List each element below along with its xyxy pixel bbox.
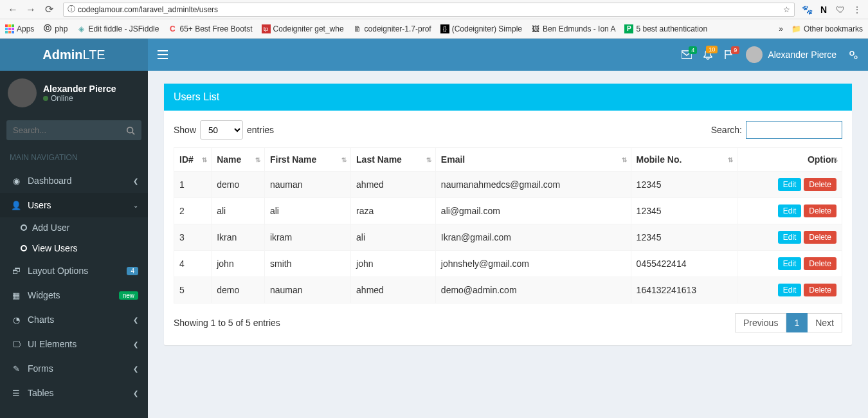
page-1[interactable]: 1 <box>786 313 808 332</box>
column-header[interactable]: Option⇅ <box>737 148 842 172</box>
delete-button[interactable]: Delete <box>804 204 836 217</box>
chevron-left-icon: ❮ <box>133 316 138 323</box>
svg-point-4 <box>854 56 857 59</box>
badge: 9 <box>731 46 739 54</box>
delete-button[interactable]: Delete <box>804 257 836 270</box>
cell: nauman <box>264 277 350 304</box>
cell: 3 <box>174 224 212 251</box>
bookmark-ci17[interactable]: 🗎codeigniter-1.7-prof <box>353 24 431 33</box>
column-header[interactable]: Name⇅ <box>212 148 265 172</box>
cell: 0455422414 <box>631 251 737 277</box>
sidebar-item-charts[interactable]: ◔ Charts ❮ <box>0 307 148 332</box>
cell-actions: EditDelete <box>737 251 842 277</box>
ext-icon-1[interactable]: 🐾 <box>801 5 813 15</box>
svg-point-3 <box>850 51 854 55</box>
badge: 4 <box>689 46 697 54</box>
cell: Ikran@gmail.com <box>435 224 631 251</box>
notifications-button[interactable]: 10 <box>703 50 712 60</box>
edit-button[interactable]: Edit <box>778 178 802 191</box>
url-bar[interactable]: ⓘ codeglamour.com/laravel_adminlte/users… <box>63 3 795 17</box>
sort-icon: ⇅ <box>728 156 733 163</box>
bookmark-ci-simple[interactable]: {}(Codeigniter) Simple <box>440 24 522 33</box>
cell: 164132241613 <box>631 277 737 304</box>
page-size-select[interactable]: 50 <box>200 120 243 140</box>
delete-button[interactable]: Delete <box>804 284 836 296</box>
svg-point-0 <box>127 127 133 132</box>
column-header[interactable]: Mobile No.⇅ <box>631 148 737 172</box>
bookmark-bootstrap[interactable]: C65+ Best Free Bootst <box>168 24 252 33</box>
column-header[interactable]: Email⇅ <box>435 148 631 172</box>
cell: raza <box>351 198 436 224</box>
bookmark-ben-edmunds[interactable]: 🖼Ben Edmunds - Ion A <box>531 24 615 33</box>
user-label: Alexander Pierce <box>768 50 836 60</box>
sidebar-item-widgets[interactable]: ▦ Widgets new <box>0 283 148 307</box>
search-icon <box>126 126 135 135</box>
delete-button[interactable]: Delete <box>804 178 836 191</box>
star-icon[interactable]: ☆ <box>783 5 790 14</box>
bookmark-jsfiddle[interactable]: ◈Edit fiddle - JSFiddle <box>77 24 159 33</box>
ext-icon-3[interactable]: 🛡 <box>835 5 846 15</box>
chevron-left-icon: ❮ <box>133 177 138 185</box>
sort-icon: ⇅ <box>341 156 347 163</box>
users-icon: 👤 <box>10 201 23 210</box>
column-header[interactable]: ID#⇅ <box>174 148 212 172</box>
back-button[interactable]: ← <box>5 2 21 17</box>
reload-button[interactable]: ⟳ <box>41 2 57 17</box>
user-panel: Alexander Pierce Online <box>0 71 148 115</box>
next-button[interactable]: Next <box>808 313 842 332</box>
edit-button[interactable]: Edit <box>778 257 802 270</box>
datatable-controls: Show 50 entries Search: <box>174 120 842 140</box>
sidebar-sub-view-users[interactable]: View Users <box>0 238 148 259</box>
sidebar-sub-add-user[interactable]: Add User <box>0 217 148 238</box>
sidebar-item-layout[interactable]: 🗗 Layout Options 4 <box>0 259 148 283</box>
column-header[interactable]: Last Name⇅ <box>351 148 436 172</box>
cell-actions: EditDelete <box>737 224 842 251</box>
sidebar-item-tables[interactable]: ☰ Tables ❮ <box>0 381 148 405</box>
bookmark-more[interactable]: » <box>779 24 783 33</box>
users-box: Users List Show 50 entries Search: ID#⇅N… <box>164 84 852 345</box>
sidebar-item-forms[interactable]: ✎ Forms ❮ <box>0 356 148 381</box>
bookmark-apps[interactable]: Apps <box>5 24 34 33</box>
column-header[interactable]: First Name⇅ <box>264 148 350 172</box>
edit-button[interactable]: Edit <box>778 284 802 296</box>
bookmark-php[interactable]: ⓒphp <box>43 24 68 33</box>
sort-icon: ⇅ <box>202 156 207 163</box>
forms-icon: ✎ <box>10 364 23 374</box>
logo[interactable]: AdminLTE <box>0 39 148 71</box>
delete-button[interactable]: Delete <box>804 231 836 244</box>
bookmark-ci-getwhere[interactable]: tpCodeigniter get_whe <box>262 24 344 33</box>
circle-icon <box>21 224 27 231</box>
cell: smith <box>264 251 350 277</box>
edit-button[interactable]: Edit <box>778 231 802 244</box>
badge: 10 <box>706 46 718 53</box>
other-bookmarks[interactable]: 📁Other bookmarks <box>792 24 863 33</box>
search-label: Search: <box>711 125 742 135</box>
topbar-user[interactable]: Alexander Pierce <box>746 46 836 63</box>
sidebar-toggle[interactable] <box>158 50 168 59</box>
menu-icon[interactable]: ⋮ <box>851 5 863 15</box>
table-row: 2alialirazaali@gmail.com12345EditDelete <box>174 198 842 224</box>
cell: john <box>212 251 265 277</box>
layout-icon: 🗗 <box>10 266 23 276</box>
cell: demo <box>212 172 265 198</box>
messages-button[interactable]: 4 <box>682 50 692 59</box>
datatable-search-input[interactable] <box>746 121 842 139</box>
settings-button[interactable] <box>848 50 858 60</box>
forward-button[interactable]: → <box>23 2 39 17</box>
edit-button[interactable]: Edit <box>778 204 802 217</box>
dashboard-icon: ◉ <box>10 176 23 186</box>
user-name: Alexander Pierce <box>43 84 116 94</box>
prev-button[interactable]: Previous <box>735 313 786 332</box>
ext-icon-2[interactable]: N <box>818 5 829 15</box>
sidebar-item-dashboard[interactable]: ◉ Dashboard ❮ <box>0 168 148 193</box>
sidebar-item-ui[interactable]: 🖵 UI Elements ❮ <box>0 332 148 356</box>
search-button[interactable] <box>120 120 141 140</box>
sidebar-item-users[interactable]: 👤 Users ⌄ <box>0 193 148 217</box>
cell: nauman <box>264 172 350 198</box>
ui-icon: 🖵 <box>10 340 23 349</box>
sidebar: AdminLTE Alexander Pierce Online MAIN NA… <box>0 39 148 418</box>
tasks-button[interactable]: 9 <box>724 50 734 59</box>
bookmark-5best[interactable]: P5 best authentication <box>624 24 707 33</box>
user-status: Online <box>43 94 116 103</box>
content-area: 4 10 9 Alexander Pierce <box>148 39 868 418</box>
